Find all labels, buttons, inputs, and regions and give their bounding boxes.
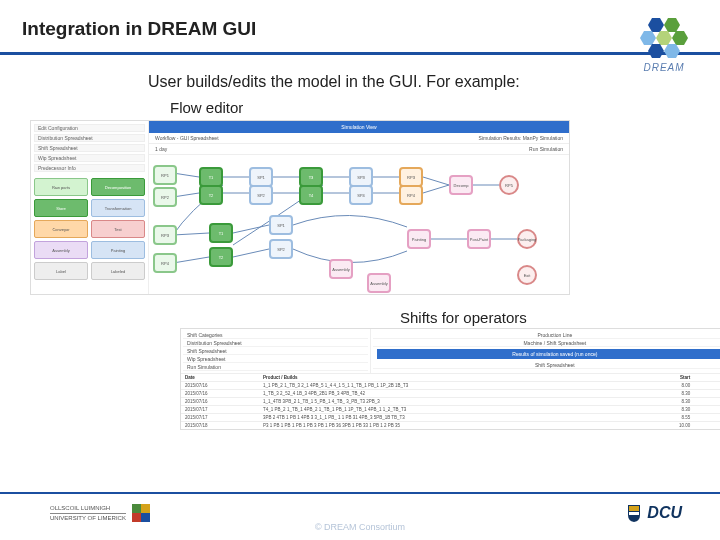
td: 2015/07/16 [181, 390, 259, 398]
sidebar-item: Shift Spreadsheet [34, 144, 145, 152]
svg-rect-1 [629, 512, 639, 515]
sh-bottom-header: Shift Spreadsheet [373, 361, 720, 369]
node: SP1 [269, 215, 293, 235]
shifts-table: Date Product / Builds Start Stop 2015/07… [181, 373, 720, 429]
slide-subtitle: User builds/edits the model in the GUI. … [148, 73, 690, 91]
node: T2 [209, 247, 233, 267]
node: SP2 [269, 239, 293, 259]
node: SP4 [349, 185, 373, 205]
td: 8.30 [650, 390, 695, 398]
node: RP4 [399, 185, 423, 205]
flow-canvas: RP1 RP2 T1 T2 SP1 SP2 T3 T4 SP3 SP4 RP3 … [149, 155, 569, 294]
td: 3PB 2 4TB 1 PB 1 4PB 3 3_1_1 PB_ 1 1 PB … [259, 414, 650, 422]
td: 18.10 [694, 414, 720, 422]
node: RP2 [153, 187, 177, 207]
node: RP3 [153, 225, 177, 245]
node: Exit [517, 265, 537, 285]
th: Date [181, 374, 259, 382]
td: T4_1 PB_2 1_TB_1 4PB_2 1_TB_1 PB_1 1P_TB… [259, 406, 650, 414]
flow-editor-screenshot: Edit Configuration Distribution Spreadsh… [30, 120, 570, 295]
palette-item: Label [34, 262, 88, 280]
dcu-shield-icon [626, 503, 642, 523]
sh-header: Production Line [373, 331, 720, 339]
sh-side: Distribution Spreadsheet [183, 339, 368, 347]
shifts-editor-screenshot: Shift Categories Distribution Spreadshee… [180, 328, 720, 430]
flow-editor-label: Flow editor [170, 99, 690, 116]
td: 17.2 [694, 398, 720, 406]
slide-title: Integration in DREAM GUI [22, 18, 720, 40]
sh-side: Shift Categories [183, 331, 368, 339]
td: 1_1_4TB 3PB_2 1_TB_1 5_PB_1 4_TB_ 3_PB_T… [259, 398, 650, 406]
shifts-label: Shifts for operators [400, 309, 690, 326]
node: Painting [407, 229, 431, 249]
td: 18.40 [694, 390, 720, 398]
th: Stop [694, 374, 720, 382]
flow-sub: Run Simulation [529, 146, 563, 152]
palette-item: Labeled [91, 262, 145, 280]
td: 8.30 [650, 398, 695, 406]
td: 16.00 [694, 382, 720, 390]
palette-item: Store [34, 199, 88, 217]
sh-side: Run Simulation [183, 363, 368, 371]
td: 18.20 [694, 422, 720, 430]
td: 1_TB_3 2_52_4 1B_3 4PB_2B1 PB_3 4PB_TB_4… [259, 390, 650, 398]
node: RP4 [153, 253, 177, 273]
node: T2 [199, 185, 223, 205]
td: 16.15 [694, 406, 720, 414]
node: RP5 [499, 175, 519, 195]
node: T1 [209, 223, 233, 243]
td: 2015/07/17 [181, 406, 259, 414]
flow-sub: Simulation Results: ManPy Simulation [479, 135, 563, 141]
td: 8.00 [650, 382, 695, 390]
td: 8.30 [650, 406, 695, 414]
td: 2015/07/16 [181, 382, 259, 390]
node: Post-Paint [467, 229, 491, 249]
palette-item: Test [91, 220, 145, 238]
dream-logo-label: DREAM [636, 62, 692, 73]
th: Product / Builds [259, 374, 650, 382]
node: T4 [299, 185, 323, 205]
sh-side: Shift Spreadsheet [183, 347, 368, 355]
th: Start [650, 374, 695, 382]
node: SP1 [249, 167, 273, 187]
node: SP3 [349, 167, 373, 187]
node: T3 [299, 167, 323, 187]
palette-item: Decomposition [91, 178, 145, 196]
sidebar-item: Edit Configuration [34, 124, 145, 132]
flow-sub: 1 day [155, 146, 167, 152]
td: 1_1 PB_2 1_TB_3 2_1 4PB_5 1_4 4_1 5_1 1_… [259, 382, 650, 390]
node: Decomp [449, 175, 473, 195]
node: RP3 [399, 167, 423, 187]
node: SP2 [249, 185, 273, 205]
palette-item: Assembly [34, 241, 88, 259]
node: Assembly [367, 273, 391, 293]
node: Packaging [517, 229, 537, 249]
td: 8.55 [650, 414, 695, 422]
td: 2015/07/18 [181, 422, 259, 430]
sh-side: Wip Spreadsheet [183, 355, 368, 363]
svg-rect-0 [629, 506, 639, 511]
td: 10.00 [650, 422, 695, 430]
sidebar-item: Distribution Spreadsheet [34, 134, 145, 142]
flow-header: Simulation View [149, 121, 569, 133]
dream-logo: DREAM [636, 18, 692, 73]
ul-line2: UNIVERSITY OF LIMERICK [50, 513, 126, 522]
sh-bluebar: Results of simulation saved (run once) [377, 349, 720, 359]
ul-logo: OLLSCOIL LUIMNIGH UNIVERSITY OF LIMERICK [50, 504, 150, 522]
copyright: © DREAM Consortium [315, 522, 405, 532]
ul-flag-icon [132, 504, 150, 522]
td: 2015/07/16 [181, 398, 259, 406]
sidebar-item: Wip Spreadsheet [34, 154, 145, 162]
node: RP1 [153, 165, 177, 185]
palette-item: Raw parts [34, 178, 88, 196]
dcu-text: DCU [647, 504, 682, 522]
dcu-logo: DCU [626, 503, 682, 523]
sidebar-item: Predecessor Info [34, 164, 145, 172]
node: T1 [199, 167, 223, 187]
node: Assembly [329, 259, 353, 279]
td: P3 1 PB 1 PB 1 PB 1 PB 3 PB 1 PB 36 3PB … [259, 422, 650, 430]
td: 2015/07/17 [181, 414, 259, 422]
palette-item: Conveyor [34, 220, 88, 238]
sh-sub: Machine / Shift Spreadsheet [373, 339, 720, 347]
palette-item: Transformation [91, 199, 145, 217]
